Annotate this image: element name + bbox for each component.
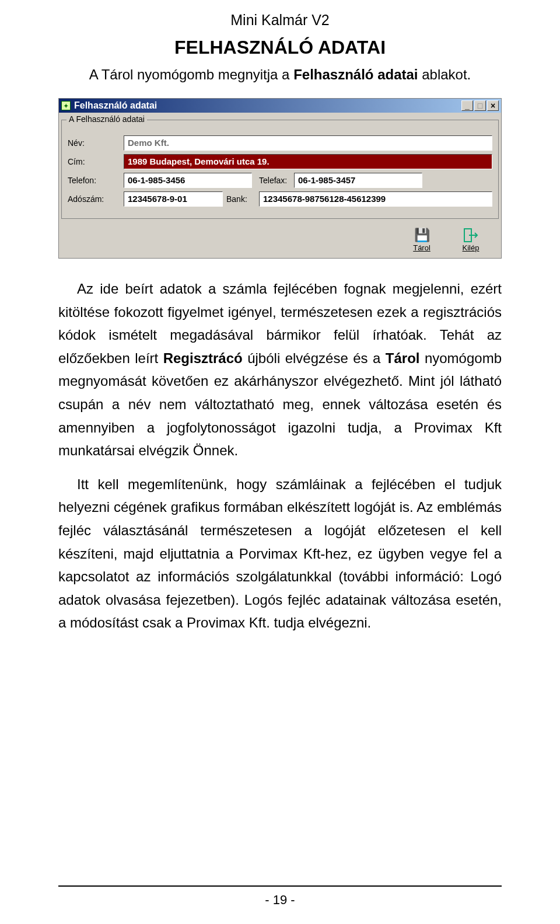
p1-bold-2: Tárol: [386, 350, 420, 366]
groupbox-label: A Felhasználó adatai: [66, 114, 147, 124]
page-subtitle: A Tárol nyomógomb megnyitja a Felhasznál…: [58, 67, 502, 83]
user-data-groupbox: A Felhasználó adatai Név: Demo Kft. Cím:…: [61, 120, 499, 219]
field-cim[interactable]: 1989 Budapest, Demovári utca 19.: [124, 154, 492, 169]
label-nev: Név:: [68, 138, 120, 148]
user-data-window: ✦ Felhasználó adatai _ □ × A Felhasználó…: [58, 98, 502, 259]
field-adoszam[interactable]: 12345678-9-01: [124, 191, 223, 207]
save-button[interactable]: 💾 Tárol: [404, 227, 439, 252]
app-icon: ✦: [61, 101, 71, 110]
minimize-button[interactable]: _: [461, 100, 473, 111]
paragraph-1: Az ide beírt adatok a számla fejlécében …: [58, 277, 502, 462]
page-number: - 19 -: [0, 885, 560, 908]
paragraph-2: Itt kell megemlítenünk, hogy számláinak …: [58, 473, 502, 634]
label-adoszam: Adószám:: [68, 194, 120, 204]
page-title: FELHASZNÁLÓ ADATAI: [58, 37, 502, 58]
body-text: Az ide beírt adatok a számla fejlécében …: [58, 277, 502, 634]
maximize-button: □: [474, 100, 486, 111]
exit-icon: [463, 227, 479, 243]
document-header: Mini Kalmár V2: [58, 12, 502, 29]
p1-part-d: nyomógomb megnyomását követően ez akárhá…: [58, 350, 502, 458]
subtitle-prefix: A Tárol nyomógomb megnyitja a: [89, 67, 293, 82]
window-title: Felhasználó adatai: [74, 100, 461, 111]
label-cim: Cím:: [68, 157, 120, 166]
window-titlebar: ✦ Felhasználó adatai _ □ ×: [59, 99, 501, 113]
subtitle-bold: Felhasználó adatai: [293, 67, 418, 82]
field-telefon[interactable]: 06-1-985-3456: [124, 173, 252, 188]
field-telefax[interactable]: 06-1-985-3457: [294, 173, 422, 188]
label-telefon: Telefon:: [68, 176, 120, 185]
field-nev: Demo Kft.: [124, 135, 492, 151]
exit-label: Kilép: [463, 243, 480, 252]
floppy-icon: 💾: [414, 227, 430, 243]
close-button[interactable]: ×: [487, 100, 499, 111]
exit-button[interactable]: Kilép: [453, 227, 488, 252]
p1-bold-1: Regisztrácó: [163, 350, 243, 366]
subtitle-suffix: ablakot.: [418, 67, 471, 82]
label-bank: Bank:: [226, 194, 256, 204]
field-bank[interactable]: 12345678-98756128-45612399: [259, 191, 492, 207]
label-telefax: Telefax:: [256, 176, 290, 185]
save-label: Tárol: [413, 243, 430, 252]
p1-part-c: újbóli elvégzése és a: [243, 350, 386, 366]
